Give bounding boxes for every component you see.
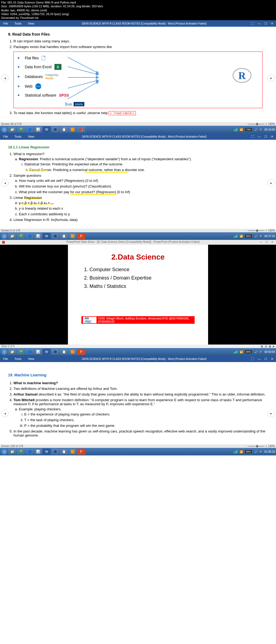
minimize-icon[interactable]: —	[258, 357, 261, 361]
taskbar-4[interactable]: 📁 🧩 🔵 📊 W ⚙ 📋 🟧 P 📶 90% 🔊 🏳 01:08:16	[0, 448, 276, 455]
flag-icon[interactable]: 🏳	[260, 350, 262, 353]
app-icon[interactable]: 🟧	[68, 349, 77, 355]
word-icon[interactable]: W	[43, 233, 51, 239]
app-icon[interactable]: 🧩	[17, 127, 25, 132]
ribbon-options-icon[interactable]: ⛶	[251, 135, 254, 138]
flag-icon[interactable]: 🏳	[260, 235, 262, 238]
view-icon[interactable]: ▣	[269, 345, 271, 348]
view-tab[interactable]: View	[25, 135, 37, 138]
chrome-icon[interactable]: 🔵	[25, 233, 33, 239]
start-button[interactable]	[1, 448, 8, 455]
minimize-icon[interactable]: —	[260, 240, 262, 244]
network-icon[interactable]: 📶	[240, 350, 243, 353]
app-icon[interactable]: 📊	[34, 449, 42, 455]
word-icon[interactable]: W	[43, 127, 51, 132]
start-button[interactable]	[1, 349, 8, 355]
network-icon[interactable]: 📶	[240, 128, 243, 131]
file-tab[interactable]: File	[0, 22, 11, 25]
help-command: > ?read.table()	[109, 111, 136, 115]
powerpoint-icon[interactable]: P	[77, 449, 85, 455]
powerpoint-icon[interactable]: P	[77, 349, 85, 355]
timestamp: 01:08:16	[264, 450, 275, 453]
chrome-icon[interactable]: 🔵	[25, 449, 33, 455]
app-icon[interactable]: 🟧	[68, 449, 77, 455]
volume-icon[interactable]: 🔊	[254, 450, 257, 453]
start-button[interactable]	[1, 126, 8, 133]
slideshow-icon[interactable]: ▶	[273, 345, 275, 348]
app-icon[interactable]: 🟧	[68, 127, 77, 132]
app-icon[interactable]: 🧩	[17, 449, 25, 455]
slide-title: 2.Data Science	[81, 253, 195, 261]
doc1-item2: Packages exists that handles import from…	[13, 45, 268, 49]
app-icon[interactable]: 📊	[34, 349, 42, 355]
tools-tab[interactable]: Tools	[11, 357, 25, 360]
taskbar-3[interactable]: 📁 🧩 🔵 📊 W ⚙ 📋 🟧 P 📶 90% 🔊 🏳 00:50:58	[0, 348, 276, 356]
word-icon[interactable]: W	[43, 349, 51, 355]
maximize-icon[interactable]: ☐	[265, 240, 268, 244]
volume-icon[interactable]: 🔊	[254, 235, 257, 238]
maximize-icon[interactable]: ☐	[264, 135, 267, 138]
close-icon[interactable]: ✕	[271, 357, 273, 361]
doc2-q2c: What price will the customer pay for our…	[19, 190, 268, 194]
flag-icon[interactable]: 🏳	[260, 450, 262, 453]
close-icon[interactable]: ✕	[271, 22, 273, 25]
explorer-icon[interactable]: 📁	[8, 127, 16, 132]
start-button[interactable]	[1, 233, 8, 239]
app-icon[interactable]: 📊	[34, 233, 42, 239]
timestamp: 00:37:32	[264, 235, 275, 238]
network-icon[interactable]: 📶	[240, 235, 243, 238]
explorer-icon[interactable]: 📁	[8, 233, 16, 239]
app-icon[interactable]: ⚙	[51, 449, 59, 455]
view-tab[interactable]: View	[25, 357, 37, 360]
taskbar-1[interactable]: 📁 🧩 🔵 📊 W ⚙ 📋 🟧 📕 📶 73% 🔊 🏳 00:16:58	[0, 126, 276, 133]
explorer-icon[interactable]: 📁	[8, 449, 16, 455]
video-metadata-header: File: 001 01 Data Science Demo With R an…	[0, 0, 276, 20]
app-icon[interactable]: 📋	[60, 127, 68, 132]
battery-indicator: 73%	[245, 128, 252, 131]
ribbon-options-icon[interactable]: ⛶	[251, 357, 254, 361]
maximize-icon[interactable]: ☐	[264, 22, 267, 25]
slideshow-area[interactable]: 2.Data Science Computer Science Business…	[0, 245, 276, 345]
app-icon[interactable]: ⚙	[51, 233, 59, 239]
app-icon[interactable]: 📋	[60, 449, 68, 455]
app-icon[interactable]: 🧩	[17, 233, 25, 239]
doc2-q1aii: ii. Casual Sense: Predicting a numerical…	[26, 168, 268, 172]
timestamp: 00:16:58	[264, 128, 275, 131]
network-icon[interactable]: 📶	[240, 450, 243, 453]
doc2-q2: Sample questions How many units will we …	[13, 173, 268, 194]
ribbon-options-icon[interactable]: ⛶	[251, 22, 254, 25]
word-icon[interactable]: W	[43, 449, 51, 455]
screen-label-4: Screen 139 of 178 −+140%	[0, 444, 276, 448]
maximize-icon[interactable]: ☐	[264, 357, 267, 361]
itec-logo: RR ITEC	[83, 317, 96, 323]
chrome-icon[interactable]: 🔵	[25, 349, 33, 355]
minimize-icon[interactable]: —	[258, 135, 261, 138]
app-icon[interactable]: 📋	[60, 349, 68, 355]
view-tab[interactable]: View	[25, 22, 37, 25]
file-tab[interactable]: File	[0, 357, 11, 360]
view-icon[interactable]: ▤	[265, 345, 267, 348]
app-icon[interactable]: 📋	[60, 233, 68, 239]
signal-icon	[234, 450, 237, 453]
view-icon[interactable]: ▦	[261, 345, 263, 348]
app-icon[interactable]: ⚙	[51, 349, 59, 355]
close-icon[interactable]: ✕	[271, 135, 273, 138]
volume-icon[interactable]: 🔊	[254, 128, 257, 131]
taskbar-2[interactable]: 📁 🧩 🔵 📊 W ⚙ 📋 🟧 P 📶 86% 🔊 🏳 00:37:32	[0, 232, 276, 240]
file-tab[interactable]: File	[0, 135, 11, 138]
tools-tab[interactable]: Tools	[11, 135, 25, 138]
close-icon[interactable]: ✕	[271, 240, 273, 244]
app-icon[interactable]: 📕	[77, 127, 85, 132]
explorer-icon[interactable]: 📁	[8, 349, 16, 355]
app-icon[interactable]: 📊	[34, 127, 42, 132]
app-icon[interactable]: 🟧	[68, 233, 77, 239]
minimize-icon[interactable]: —	[258, 22, 261, 25]
chrome-icon[interactable]: 🔵	[25, 127, 33, 132]
thumbnail-2: File Tools View DATA SCIENCE WITH R CLAS…	[0, 133, 276, 229]
app-icon[interactable]: 🧩	[17, 349, 25, 355]
app-icon[interactable]: ⚙	[51, 127, 59, 132]
tools-tab[interactable]: Tools	[11, 22, 25, 25]
flag-icon[interactable]: 🏳	[260, 128, 262, 131]
powerpoint-icon[interactable]: P	[77, 233, 85, 239]
volume-icon[interactable]: 🔊	[254, 350, 257, 353]
